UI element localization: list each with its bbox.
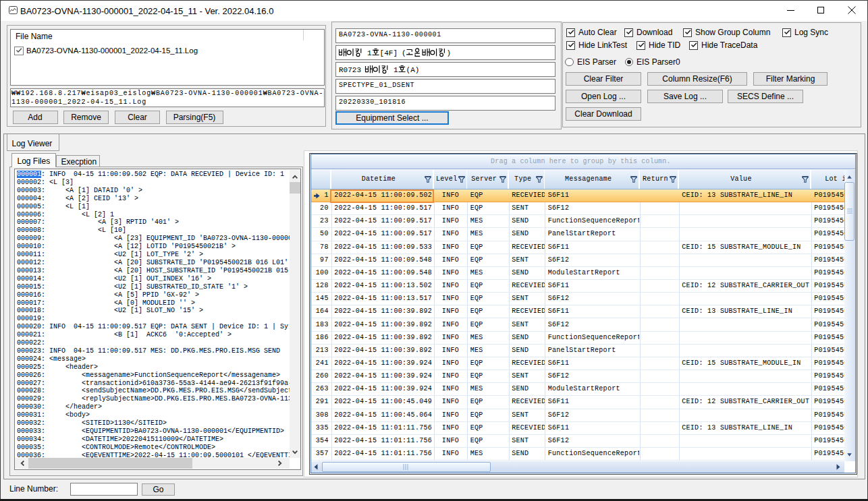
svg-text:[4F]: [4F]	[380, 49, 398, 57]
svg-text:(A): (A)	[406, 65, 420, 73]
svg-text:): )	[447, 49, 452, 57]
svg-text:R0723: R0723	[339, 65, 361, 73]
svg-text:1: 1	[394, 65, 398, 73]
svg-text:(: (	[402, 49, 406, 57]
svg-text:1: 1	[367, 49, 372, 57]
